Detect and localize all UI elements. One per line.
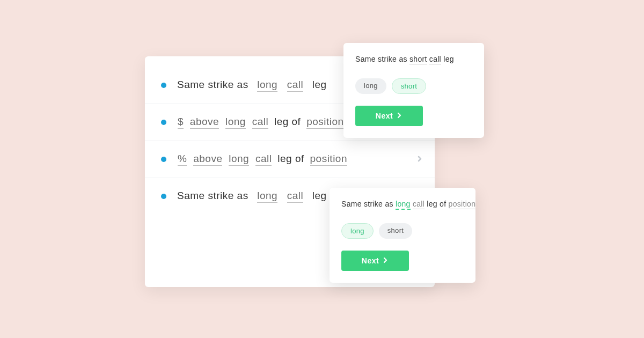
bullet-dot-icon — [161, 83, 166, 88]
token-selector-popup: Same strike as long call leg of position… — [330, 188, 475, 283]
chip-group: long short — [341, 223, 464, 239]
chip-short[interactable]: short — [379, 223, 412, 239]
row-text: Same strike as long call leg — [177, 190, 327, 203]
chevron-right-icon — [416, 155, 423, 164]
chip-group: long short — [355, 78, 472, 94]
chevron-right-icon — [382, 256, 389, 265]
chip-long[interactable]: long — [341, 223, 374, 239]
bullet-dot-icon — [161, 194, 166, 199]
next-button[interactable]: Next — [341, 251, 409, 271]
row-text: $ above long call leg of position — [177, 116, 345, 129]
chip-short[interactable]: short — [392, 78, 426, 94]
next-button[interactable]: Next — [355, 106, 423, 126]
popup-title: Same strike as short call leg — [355, 55, 472, 63]
chevron-right-icon — [396, 112, 402, 120]
row-text: % above long call leg of position — [177, 153, 348, 166]
row-text: Same strike as long call leg — [177, 79, 327, 92]
popup-title: Same strike as long call leg of position — [341, 200, 464, 208]
token-selector-popup: Same strike as short call leg long short… — [343, 43, 484, 138]
bullet-dot-icon — [161, 120, 166, 125]
bullet-dot-icon — [161, 157, 166, 162]
chip-long[interactable]: long — [355, 78, 386, 94]
list-row[interactable]: % above long call leg of position — [145, 141, 435, 178]
